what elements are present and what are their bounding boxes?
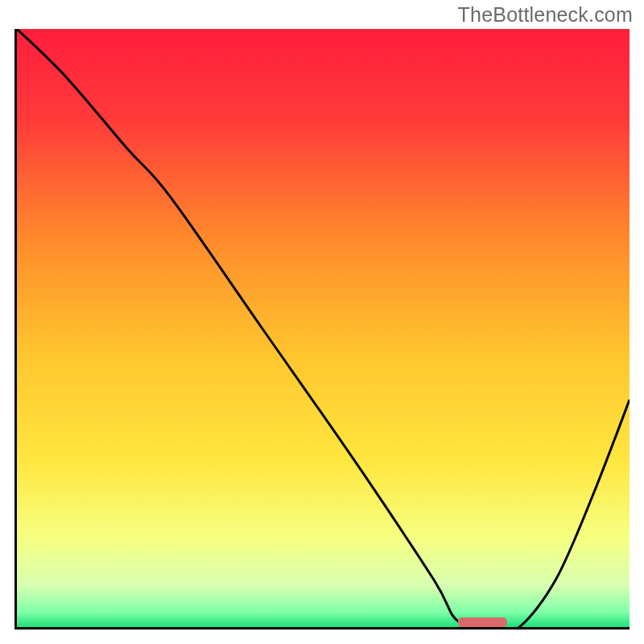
chart-frame: TheBottleneck.com <box>0 0 644 644</box>
heat-background <box>17 29 630 627</box>
watermark-text: TheBottleneck.com <box>458 3 633 27</box>
bottleneck-plot-svg <box>17 29 630 627</box>
optimal-marker <box>458 617 507 627</box>
plot-area <box>14 29 630 630</box>
